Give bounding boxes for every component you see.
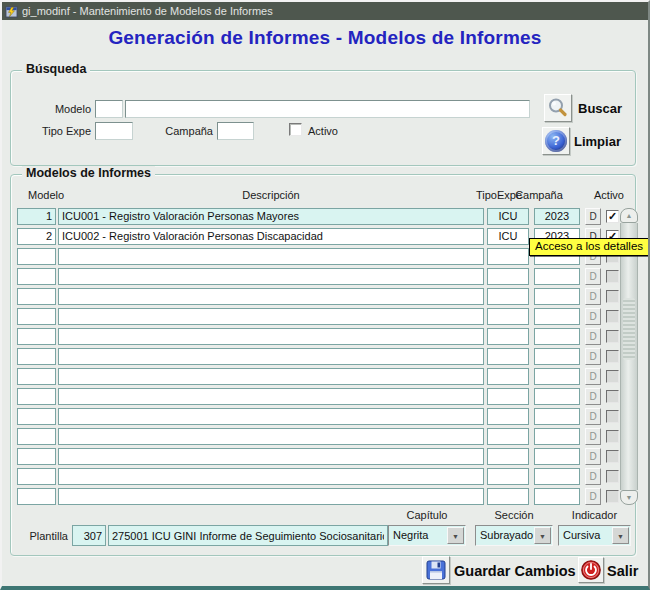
campana-cell[interactable] bbox=[534, 388, 580, 405]
campana-cell[interactable] bbox=[534, 308, 580, 325]
activo-row-checkbox[interactable] bbox=[606, 430, 619, 443]
tipoexpe-cell[interactable] bbox=[487, 368, 529, 385]
tipoexpe-cell[interactable] bbox=[487, 468, 529, 485]
salir-label[interactable]: Salir bbox=[607, 563, 638, 579]
guardar-label[interactable]: Guardar Cambios bbox=[454, 563, 576, 579]
plantilla-desc-input[interactable] bbox=[108, 525, 388, 546]
campana-cell[interactable] bbox=[534, 348, 580, 365]
descripcion-cell[interactable] bbox=[58, 348, 484, 365]
campana-cell[interactable]: 2023 bbox=[534, 208, 580, 225]
tipoexpe-cell[interactable] bbox=[487, 408, 529, 425]
seccion-select[interactable]: Subrayado ▼ bbox=[475, 525, 553, 546]
campana-cell[interactable] bbox=[534, 328, 580, 345]
activo-row-checkbox[interactable] bbox=[606, 270, 619, 283]
table-row[interactable]: D bbox=[11, 488, 623, 505]
modelo-cell[interactable] bbox=[17, 348, 56, 365]
chevron-down-icon[interactable]: ▼ bbox=[447, 527, 464, 544]
modelo-cell[interactable]: 2 bbox=[17, 228, 56, 245]
tipoexpe-cell[interactable] bbox=[487, 328, 529, 345]
buscar-label[interactable]: Buscar bbox=[578, 101, 622, 116]
modelo-cell[interactable] bbox=[17, 448, 56, 465]
campana-input[interactable] bbox=[217, 122, 254, 140]
detail-button[interactable]: D bbox=[585, 388, 601, 405]
descripcion-cell[interactable] bbox=[58, 488, 484, 505]
descripcion-cell[interactable] bbox=[58, 368, 484, 385]
table-row[interactable]: D bbox=[11, 408, 623, 425]
table-row[interactable]: D bbox=[11, 288, 623, 305]
table-row[interactable]: D bbox=[11, 388, 623, 405]
detail-button[interactable]: D bbox=[585, 308, 601, 325]
detail-button[interactable]: D bbox=[585, 468, 601, 485]
table-row[interactable]: D bbox=[11, 448, 623, 465]
activo-row-checkbox[interactable] bbox=[606, 470, 619, 483]
indicador-select[interactable]: Cursiva ▼ bbox=[558, 525, 631, 546]
modelo-cell[interactable] bbox=[17, 368, 56, 385]
activo-row-checkbox[interactable] bbox=[606, 370, 619, 383]
capitulo-select[interactable]: Negrita ▼ bbox=[388, 525, 466, 546]
tipoexpe-cell[interactable] bbox=[487, 248, 529, 265]
tipoexpe-cell[interactable] bbox=[487, 428, 529, 445]
descripcion-cell[interactable] bbox=[58, 448, 484, 465]
tipoexpe-cell[interactable] bbox=[487, 308, 529, 325]
limpiar-label[interactable]: Limpiar bbox=[574, 134, 621, 149]
descripcion-cell[interactable] bbox=[58, 328, 484, 345]
campana-cell[interactable] bbox=[534, 428, 580, 445]
activo-row-checkbox[interactable] bbox=[606, 290, 619, 303]
campana-cell[interactable] bbox=[534, 448, 580, 465]
descripcion-cell[interactable] bbox=[58, 388, 484, 405]
title-bar[interactable]: gi_modinf - Mantenimiento de Modelos de … bbox=[2, 2, 648, 20]
detail-button[interactable]: D bbox=[585, 488, 601, 505]
tipoexpe-cell[interactable] bbox=[487, 348, 529, 365]
modelo-cell[interactable] bbox=[17, 388, 56, 405]
activo-row-checkbox[interactable] bbox=[606, 410, 619, 423]
detail-button[interactable]: D bbox=[585, 408, 601, 425]
detail-button[interactable]: D bbox=[585, 328, 601, 345]
detail-button[interactable]: D bbox=[585, 288, 601, 305]
modelo-cell[interactable] bbox=[17, 248, 56, 265]
descripcion-cell[interactable] bbox=[58, 248, 484, 265]
modelo-cell[interactable]: 1 bbox=[17, 208, 56, 225]
modelo-cell[interactable] bbox=[17, 268, 56, 285]
descripcion-cell[interactable]: ICU001 - Registro Valoración Personas Ma… bbox=[58, 208, 484, 225]
table-row[interactable]: D bbox=[11, 348, 623, 365]
activo-row-checkbox[interactable] bbox=[606, 490, 619, 503]
campana-cell[interactable] bbox=[534, 468, 580, 485]
modelo-desc-input[interactable] bbox=[125, 100, 530, 118]
limpiar-button[interactable]: ? bbox=[542, 127, 570, 155]
campana-cell[interactable] bbox=[534, 368, 580, 385]
scroll-up-button[interactable]: ▲ bbox=[620, 208, 638, 223]
buscar-button[interactable] bbox=[544, 94, 572, 122]
descripcion-cell[interactable] bbox=[58, 288, 484, 305]
modelo-cell[interactable] bbox=[17, 328, 56, 345]
activo-row-checkbox[interactable] bbox=[606, 450, 619, 463]
descripcion-cell[interactable] bbox=[58, 428, 484, 445]
tipoexpe-cell[interactable] bbox=[487, 388, 529, 405]
activo-row-checkbox[interactable]: ✓ bbox=[606, 210, 619, 223]
campana-cell[interactable] bbox=[534, 488, 580, 505]
activo-row-checkbox[interactable] bbox=[606, 390, 619, 403]
campana-cell[interactable] bbox=[534, 268, 580, 285]
plantilla-code-input[interactable] bbox=[72, 525, 106, 546]
detail-button[interactable]: D bbox=[585, 268, 601, 285]
chevron-down-icon[interactable]: ▼ bbox=[612, 527, 629, 544]
modelo-code-input[interactable] bbox=[95, 100, 123, 118]
modelo-cell[interactable] bbox=[17, 488, 56, 505]
scrollbar-thumb[interactable] bbox=[623, 298, 635, 360]
detail-button[interactable]: D bbox=[585, 208, 601, 225]
modelo-cell[interactable] bbox=[17, 308, 56, 325]
detail-button[interactable]: D bbox=[585, 428, 601, 445]
descripcion-cell[interactable] bbox=[58, 308, 484, 325]
modelo-cell[interactable] bbox=[17, 428, 56, 445]
table-row[interactable]: D bbox=[11, 328, 623, 345]
tipo-expe-input[interactable] bbox=[95, 122, 133, 140]
descripcion-cell[interactable] bbox=[58, 408, 484, 425]
table-row[interactable]: D bbox=[11, 428, 623, 445]
detail-button[interactable]: D bbox=[585, 368, 601, 385]
salir-button[interactable] bbox=[578, 557, 604, 583]
scrollbar-track[interactable] bbox=[620, 223, 638, 490]
tipoexpe-cell[interactable]: ICU bbox=[487, 228, 529, 245]
campana-cell[interactable] bbox=[534, 408, 580, 425]
campana-cell[interactable] bbox=[534, 288, 580, 305]
activo-row-checkbox[interactable] bbox=[606, 330, 619, 343]
tipoexpe-cell[interactable]: ICU bbox=[487, 208, 529, 225]
